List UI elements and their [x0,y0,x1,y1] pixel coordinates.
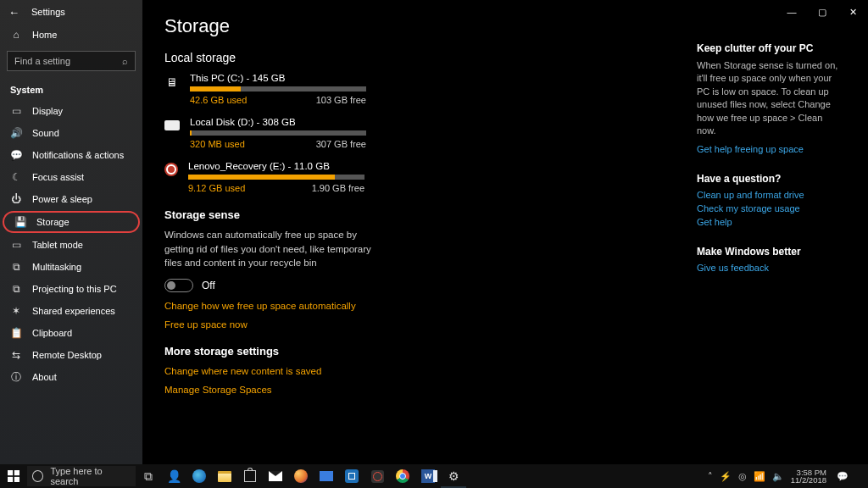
sidebar-item-label: Focus assist [32,172,84,182]
link-change-auto[interactable]: Change how we free up space automaticall… [164,301,520,311]
sidebar-item-tablet-mode[interactable]: ▭Tablet mode [0,234,142,256]
mail-button[interactable] [263,464,288,488]
sidebar-item-display[interactable]: ▭Display [0,100,142,122]
usage-bar [190,130,366,136]
power-tray-icon[interactable]: ⚡ [720,471,732,482]
drive-row[interactable]: 🖥This PC (C:) - 145 GB42.6 GB used103 GB… [164,73,520,105]
sidebar-icon: 🔊 [10,127,22,139]
free-label: 307 GB free [316,139,366,149]
search-icon: ⌕ [122,56,128,66]
main-content: Storage Local storage 🖥This PC (C:) - 14… [142,0,868,464]
wifi-tray-icon[interactable]: 📶 [754,471,765,482]
used-label: 320 MB used [190,139,245,149]
taskbar: Type here to search ⧉ 👤 ⚙ ˄ ⚡ ◎ 📶 🔈 3:58… [0,464,868,488]
hdd-icon [164,120,180,130]
action-center-button[interactable]: 💬 [833,471,852,482]
tip-link[interactable]: Get help freeing up space [697,144,841,154]
sidebar: ← Settings ⌂ Home Find a setting ⌕ Syste… [0,0,142,464]
local-storage-heading: Local storage [164,51,520,64]
drive-name: This PC (C:) - 145 GB [190,73,520,83]
sidebar-item-about[interactable]: ⓘAbout [0,366,142,388]
firefox-icon [294,469,308,483]
svg-rect-1 [14,470,19,475]
right-column: Keep clutter off your PC When Storage se… [697,15,841,464]
help-link[interactable]: Get help [697,217,841,227]
sidebar-item-remote-desktop[interactable]: ⇆Remote Desktop [0,344,142,366]
content-column: Storage Local storage 🖥This PC (C:) - 14… [164,15,520,464]
tip-body: When Storage sense is turned on, it'll f… [697,59,841,137]
recovery-icon [164,163,178,176]
sidebar-item-storage[interactable]: 💾Storage [3,211,140,233]
chrome-icon [396,469,409,483]
feedback-link[interactable]: Give us feedback [697,263,841,273]
store-button[interactable] [237,464,263,488]
svg-rect-2 [8,477,13,482]
teamviewer-button[interactable] [339,464,364,488]
sidebar-item-projecting-to-this-pc[interactable]: ⧉Projecting to this PC [0,278,142,300]
free-label: 103 GB free [316,95,366,105]
more-settings-heading: More storage settings [164,345,520,358]
sidebar-item-power-sleep[interactable]: ⏻Power & sleep [0,188,142,210]
storage-sense-heading: Storage sense [164,208,520,221]
home-label: Home [32,30,57,40]
firefox-button[interactable] [288,464,314,488]
app-title: Settings [31,7,65,17]
link-manage-spaces[interactable]: Manage Storage Spaces [164,385,520,395]
contacts-button[interactable]: 👤 [161,464,186,488]
task-view-icon: ⧉ [144,469,153,484]
sidebar-item-multitasking[interactable]: ⧉Multitasking [0,256,142,278]
taskbar-search[interactable]: Type here to search [27,466,136,486]
storage-sense-body: Windows can automatically free up space … [164,228,376,270]
edge-button[interactable] [186,464,212,488]
home-button[interactable]: ⌂ Home [0,24,142,46]
feedback-heading: Make Windows better [697,246,841,258]
explorer-button[interactable] [212,464,237,488]
sidebar-item-label: Notifications & actions [32,150,124,160]
vivaldi-button[interactable] [364,464,390,488]
help-link[interactable]: Check my storage usage [697,203,841,214]
clock[interactable]: 3:58 PM 11/2/2018 [791,469,826,485]
sidebar-item-focus-assist[interactable]: ☾Focus assist [0,166,142,188]
usage-bar [190,86,366,92]
sidebar-item-notifications-actions[interactable]: 💬Notifications & actions [0,144,142,166]
gear-icon: ⚙ [448,469,459,483]
task-view-button[interactable]: ⧉ [136,464,161,488]
sidebar-icon: ⏻ [10,193,22,205]
volume-tray-icon[interactable]: 🔈 [772,471,784,482]
search-input[interactable]: Find a setting ⌕ [7,51,136,71]
word-button[interactable] [415,464,441,488]
minimize-button[interactable]: — [776,0,807,24]
tray-overflow-icon[interactable]: ˄ [708,471,713,482]
maximize-button[interactable]: ▢ [807,0,837,24]
sidebar-item-label: Sound [32,128,59,138]
link-change-where[interactable]: Change where new content is saved [164,366,520,376]
sidebar-item-shared-experiences[interactable]: ✶Shared experiences [0,300,142,322]
sidebar-item-label: Tablet mode [32,240,83,250]
usage-bar [188,175,364,180]
settings-taskbar-button[interactable]: ⚙ [441,464,466,488]
location-tray-icon[interactable]: ◎ [738,471,747,482]
drive-body: Local Disk (D:) - 308 GB320 MB used307 G… [190,117,520,149]
sidebar-item-label: Power & sleep [32,194,92,204]
sidebar-item-sound[interactable]: 🔊Sound [0,122,142,144]
help-link[interactable]: Clean up and format drive [697,190,841,200]
link-free-now[interactable]: Free up space now [164,319,520,330]
back-icon[interactable]: ← [8,6,19,19]
drive-body: This PC (C:) - 145 GB42.6 GB used103 GB … [190,73,520,105]
sidebar-icon: 💬 [10,149,22,161]
sidebar-item-clipboard[interactable]: 📋Clipboard [0,322,142,344]
drive-row[interactable]: Lenovo_Recovery (E:) - 11.0 GB9.12 GB us… [164,161,520,193]
sidebar-item-label: Multitasking [32,262,81,272]
drive-name: Local Disk (D:) - 308 GB [190,117,520,127]
explorer-icon [218,471,231,482]
drive-row[interactable]: Local Disk (D:) - 308 GB320 MB used307 G… [164,117,520,149]
close-button[interactable]: ✕ [837,0,868,24]
home-icon: ⌂ [10,29,22,41]
outlook-button[interactable] [314,464,339,488]
windows-icon [8,470,19,482]
storage-sense-toggle[interactable] [164,279,193,292]
usage-row: 42.6 GB used103 GB free [190,95,366,105]
free-label: 1.90 GB free [312,183,364,193]
start-button[interactable] [0,470,27,482]
chrome-button[interactable] [390,464,415,488]
